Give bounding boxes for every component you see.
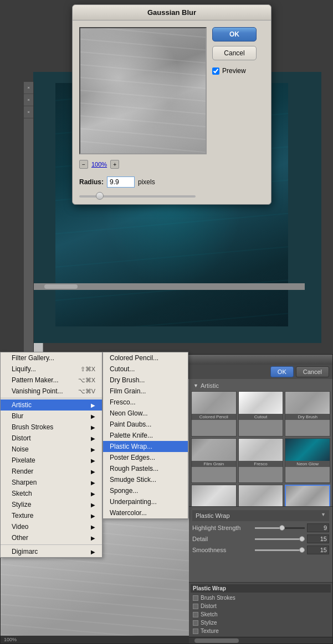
submenu-paint-daubs[interactable]: Paint Daubs...: [103, 419, 188, 430]
gallery-artistic-label: ▼ Artistic: [191, 381, 330, 390]
cancel-button[interactable]: Cancel: [212, 46, 257, 60]
submenu-colored-pencil[interactable]: Colored Pencil...: [103, 352, 188, 363]
submenu-sponge[interactable]: Sponge...: [103, 485, 188, 496]
menu-item-other[interactable]: Other ▶: [1, 532, 102, 543]
menu-item-pixelate[interactable]: Pixelate ▶: [1, 455, 102, 466]
submenu-film-grain[interactable]: Film Grain...: [103, 386, 188, 397]
submenu-neon-glow[interactable]: Neon Glow...: [103, 408, 188, 419]
thumb-neon-glow[interactable]: Neon Glow: [285, 438, 330, 484]
layer-item-stylize[interactable]: Stylize: [191, 619, 331, 627]
submenu-palette-knife[interactable]: Palette Knife...: [103, 430, 188, 441]
preview-label: Preview: [222, 67, 246, 75]
highlight-slider[interactable]: [255, 527, 305, 529]
distort-arrow: ▶: [91, 435, 95, 442]
menu-item-artistic[interactable]: Artistic ▶: [1, 399, 102, 411]
thumb-palette-knife[interactable]: Palette Knife: [238, 485, 284, 506]
gallery-zoom-pct: 100%: [4, 637, 17, 642]
menu-item-blur[interactable]: Blur ▶: [1, 411, 102, 422]
brush-strokes-arrow: ▶: [91, 424, 95, 430]
submenu-watercolor[interactable]: Watercolor...: [103, 507, 188, 518]
menu-item-sharpen[interactable]: Sharpen ▶: [1, 477, 102, 488]
artistic-arrow: ▶: [91, 402, 95, 408]
highlight-label: Highlight Strength: [192, 524, 240, 531]
smoothness-slider[interactable]: [255, 549, 305, 551]
menu-item-video[interactable]: Video ▶: [1, 521, 102, 532]
submenu-smudge-stick[interactable]: Smudge Stick...: [103, 474, 188, 485]
submenu-fresco[interactable]: Fresco...: [103, 397, 188, 408]
toolbar-item-2[interactable]: ×: [24, 94, 33, 106]
layer-cb-texture[interactable]: [193, 629, 198, 634]
zoom-in-button[interactable]: +: [110, 160, 119, 169]
submenu-rough-pastels[interactable]: Rough Pastels...: [103, 463, 188, 474]
thumbnail-grid: Colored Pencil Cutout Dry Brush Film Gra…: [191, 390, 330, 506]
thumb-label-fresco: Fresco: [239, 461, 283, 467]
thumb-fresco[interactable]: Fresco: [238, 438, 284, 484]
dialog-title: Gaussian Blur: [147, 8, 196, 17]
artistic-submenu: Colored Pencil... Cutout... Dry Brush...…: [103, 352, 188, 519]
submenu-poster-edges[interactable]: Poster Edges...: [103, 452, 188, 463]
detail-slider[interactable]: [255, 538, 305, 540]
toolbar-item-1[interactable]: ×: [24, 82, 33, 94]
menu-item-texture[interactable]: Texture ▶: [1, 510, 102, 521]
menu-item-noise[interactable]: Noise ▶: [1, 444, 102, 455]
smoothness-slider-thumb[interactable]: [299, 547, 305, 553]
layer-item-texture[interactable]: Texture: [191, 627, 331, 635]
detail-value[interactable]: [307, 534, 329, 543]
thumb-img-plastic-wrap: [286, 486, 329, 506]
submenu-cutout[interactable]: Cutout...: [103, 363, 188, 375]
radius-input[interactable]: [107, 176, 135, 188]
thumb-cutout[interactable]: Cutout: [238, 391, 284, 437]
layer-item-sketch[interactable]: Sketch: [191, 610, 331, 619]
layer-cb-sketch[interactable]: [193, 612, 198, 617]
gallery-scroll-thumb[interactable]: [194, 638, 239, 643]
menu-item-filter-gallery[interactable]: Filter Gallery...: [1, 352, 102, 363]
digimarc-arrow: ▶: [91, 549, 95, 555]
blur-arrow: ▶: [91, 413, 95, 419]
layer-cb-brush-strokes[interactable]: [193, 595, 198, 601]
thumb-paint-daubs[interactable]: Paint Daubs: [191, 485, 237, 506]
radius-slider-thumb[interactable]: [96, 192, 104, 200]
gallery-cancel-button[interactable]: Cancel: [296, 366, 329, 377]
thumb-plastic-wrap[interactable]: Plastic Wrap: [285, 485, 330, 506]
layer-cb-stylize[interactable]: [193, 620, 198, 626]
thumb-label-cutout: Cutout: [239, 414, 283, 420]
other-arrow: ▶: [91, 535, 95, 541]
collapse-icon[interactable]: ▼: [193, 383, 198, 388]
thumb-img-cutout: [239, 392, 283, 414]
detail-slider-thumb[interactable]: [299, 536, 305, 542]
layer-item-brush-strokes[interactable]: Brush Strokes: [191, 594, 331, 602]
submenu-plastic-wrap[interactable]: Plastic Wrap...: [103, 441, 188, 452]
submenu-underpainting[interactable]: Underpainting...: [103, 496, 188, 507]
ok-button[interactable]: OK: [212, 27, 257, 41]
zoom-out-button[interactable]: −: [79, 160, 88, 169]
zoom-value[interactable]: 100%: [91, 161, 107, 168]
menu-item-liquify[interactable]: Liquify... ⇧⌘X: [1, 363, 102, 375]
menu-item-sketch[interactable]: Sketch ▶: [1, 488, 102, 499]
layer-item-distort[interactable]: Distort: [191, 602, 331, 610]
canvas-scrollbar[interactable]: [33, 283, 305, 290]
menu-item-render[interactable]: Render ▶: [1, 466, 102, 477]
preview-checkbox[interactable]: [212, 67, 219, 75]
highlight-value[interactable]: [307, 523, 329, 532]
gallery-ok-button[interactable]: OK: [270, 366, 294, 377]
menu-item-vanishing-point[interactable]: Vanishing Point... ⌥⌘V: [1, 386, 102, 397]
menu-item-stylize[interactable]: Stylize ▶: [1, 499, 102, 510]
highlight-slider-thumb[interactable]: [279, 525, 285, 531]
filter-dropdown-arrow[interactable]: ▼: [321, 512, 326, 517]
menu-item-pattern-maker[interactable]: Pattern Maker... ⌥⌘X: [1, 375, 102, 386]
thumb-colored-pencil[interactable]: Colored Pencil: [191, 391, 237, 437]
radius-slider-track[interactable]: [79, 195, 196, 198]
thumb-film-grain[interactable]: Film Grain: [191, 438, 237, 484]
menu-item-digimarc[interactable]: Digimarc ▶: [1, 546, 102, 557]
toolbar-item-3[interactable]: ×: [24, 106, 33, 118]
submenu-dry-brush[interactable]: Dry Brush...: [103, 375, 188, 386]
layer-label-distort: Distort: [201, 603, 217, 609]
menu-item-brush-strokes[interactable]: Brush Strokes ▶: [1, 422, 102, 433]
smoothness-value[interactable]: [307, 546, 329, 554]
thumb-dry-brush[interactable]: Dry Brush: [285, 391, 330, 437]
menu-item-distort[interactable]: Distort ▶: [1, 433, 102, 444]
layer-cb-distort[interactable]: [193, 604, 198, 609]
scrollbar-thumb[interactable]: [44, 284, 78, 289]
vanishing-shortcut: ⌥⌘V: [78, 388, 95, 395]
layer-label-texture: Texture: [201, 628, 219, 634]
